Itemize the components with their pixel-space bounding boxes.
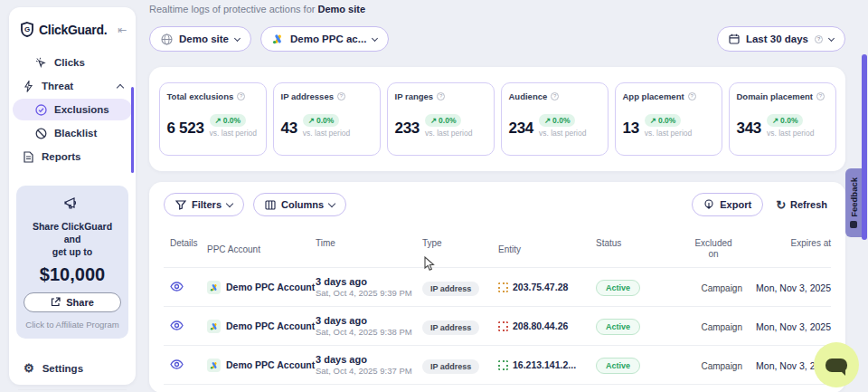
stat-change: 0.0%	[658, 116, 675, 125]
help-icon[interactable]: ?	[337, 92, 345, 100]
refresh-icon: ↻	[776, 198, 786, 212]
feedback-label: Feedback	[849, 177, 859, 217]
app-root: G ClickGuard. ⇤ Clicks Threat	[0, 0, 868, 392]
column-header-ppc-account[interactable]: PPC Account	[207, 238, 316, 260]
chevron-down-icon	[828, 34, 835, 41]
stat-value: 233	[395, 120, 420, 138]
columns-button[interactable]: Columns	[253, 193, 346, 216]
refresh-button[interactable]: ↻ Refresh	[772, 198, 831, 212]
date-range-label: Last 30 days	[746, 33, 808, 44]
sidebar: G ClickGuard. ⇤ Clicks Threat	[9, 7, 136, 385]
sidebar-item-blacklist[interactable]: Blacklist	[13, 122, 132, 144]
main-content: Realtime logs of protective actions for …	[149, 0, 845, 392]
stat-value: 6 523	[167, 120, 204, 138]
globe-icon	[161, 33, 173, 45]
table-row[interactable]: Demo PPC Account 3 days ago Sat, Oct 4, …	[164, 307, 831, 346]
subtitle-site-name: Demo site	[317, 4, 365, 14]
sidebar-scrollbar-thumb[interactable]	[131, 87, 134, 173]
google-ads-icon	[207, 281, 221, 294]
help-icon[interactable]: ?	[237, 92, 245, 100]
table-row-partial[interactable]: 3 days ago	[164, 385, 831, 392]
sidebar-item-settings[interactable]: ⚙ Settings	[9, 359, 136, 378]
stat-note: vs. last period	[303, 129, 350, 138]
column-header-time[interactable]: Time	[316, 238, 422, 260]
sidebar-item-reports[interactable]: Reports	[13, 146, 132, 167]
trend-badge: ↗0.0%	[425, 114, 462, 127]
help-icon[interactable]: ?	[437, 92, 445, 100]
chevron-down-icon	[226, 200, 233, 207]
time-relative: 3 days ago	[316, 276, 422, 287]
ppc-account-selector[interactable]: Demo PPC ac...	[260, 26, 389, 52]
column-header-details[interactable]: Details	[164, 238, 207, 260]
stats-panel: Total exclusions? 6 523 ↗0.0%vs. last pe…	[149, 67, 845, 171]
stat-label: Domain placement	[737, 91, 813, 101]
excluded-on-value: Campaign	[701, 361, 742, 371]
export-button[interactable]: Export	[692, 193, 763, 216]
view-details-eye-icon[interactable]	[170, 320, 184, 330]
sidebar-collapse-icon[interactable]: ⇤	[118, 24, 127, 36]
stat-label: Audience	[509, 91, 548, 101]
chevron-down-icon	[372, 34, 378, 41]
date-range-selector[interactable]: Last 30 days ?	[717, 26, 845, 52]
stat-card-app-placement: App placement? 13 ↗0.0%vs. last period	[615, 82, 722, 156]
google-ads-icon	[272, 33, 284, 44]
document-icon	[22, 150, 34, 163]
stat-label: IP addresses	[281, 91, 334, 101]
stat-card-total-exclusions: Total exclusions? 6 523 ↗0.0%vs. last pe…	[159, 82, 267, 156]
column-header-excluded-on[interactable]: Excluded on	[684, 238, 742, 260]
feedback-tab[interactable]: Feedback	[845, 168, 862, 237]
type-badge: IP address	[422, 282, 479, 296]
stat-value: 234	[509, 120, 533, 138]
help-icon[interactable]: ?	[688, 92, 696, 100]
view-details-eye-icon[interactable]	[170, 282, 184, 292]
ppc-account-name: Demo PPC Account	[226, 359, 315, 370]
filter-icon	[175, 200, 186, 210]
gear-icon: ⚙	[24, 361, 34, 375]
stat-label: Total exclusions	[167, 91, 234, 101]
subtitle-prefix: Realtime logs of protective actions for	[149, 4, 315, 14]
help-icon: ?	[815, 35, 823, 43]
sidebar-item-exclusions[interactable]: Exclusions	[13, 99, 132, 120]
affiliate-promo-card[interactable]: Share ClickGuard and get up to $10,000 S…	[16, 186, 128, 339]
logo-row: G ClickGuard. ⇤	[9, 7, 136, 46]
trend-up-icon: ↗	[650, 116, 656, 125]
stat-value: 13	[623, 120, 639, 138]
check-circle-icon	[34, 103, 47, 116]
chat-widget-button[interactable]	[814, 342, 859, 387]
filters-button[interactable]: Filters	[164, 193, 244, 216]
table-row[interactable]: Demo PPC Account 3 days ago Sat, Oct 4, …	[164, 346, 831, 385]
filters-label: Filters	[192, 199, 222, 210]
trend-up-icon: ↗	[430, 116, 437, 125]
view-details-eye-icon[interactable]	[170, 359, 184, 369]
trend-badge: ↗0.0%	[303, 114, 340, 127]
site-selector-label: Demo site	[179, 33, 229, 44]
ban-icon	[34, 127, 47, 139]
chevron-up-icon[interactable]	[117, 83, 124, 91]
stat-change: 0.0%	[552, 116, 570, 125]
column-header-entity[interactable]: Entity	[498, 238, 596, 260]
google-ads-icon	[207, 359, 221, 372]
google-ads-icon	[207, 320, 221, 333]
column-header-status[interactable]: Status	[596, 238, 684, 260]
table-row[interactable]: Demo PPC Account 3 days ago Sat, Oct 4, …	[164, 268, 831, 307]
sidebar-item-threat[interactable]: Threat	[13, 75, 132, 97]
sidebar-item-clicks[interactable]: Clicks	[13, 52, 132, 73]
sidebar-item-label: Reports	[42, 151, 80, 162]
time-relative: 3 days ago	[316, 354, 422, 365]
share-button[interactable]: Share	[24, 292, 121, 312]
selector-row: Demo site Demo PPC ac... Last 30 days ?	[149, 26, 845, 52]
share-button-label: Share	[66, 297, 94, 308]
table-toolbar: Filters Columns Export ↻ Refresh	[164, 193, 831, 216]
page-scrollbar-thumb[interactable]	[862, 54, 867, 240]
help-icon[interactable]: ?	[551, 92, 559, 100]
entity-value: 208.80.44.26	[513, 320, 568, 331]
chevron-down-icon	[328, 200, 335, 207]
site-selector[interactable]: Demo site	[149, 26, 251, 52]
stat-note: vs. last period	[767, 129, 814, 138]
ppc-account-name: Demo PPC Account	[226, 320, 315, 331]
help-icon[interactable]: ?	[816, 92, 825, 100]
column-header-expires-at[interactable]: Expires at	[742, 238, 831, 260]
stat-card-audience: Audience? 234 ↗0.0%vs. last period	[501, 82, 609, 156]
stat-value: 343	[737, 120, 761, 138]
stat-change: 0.0%	[780, 116, 797, 125]
